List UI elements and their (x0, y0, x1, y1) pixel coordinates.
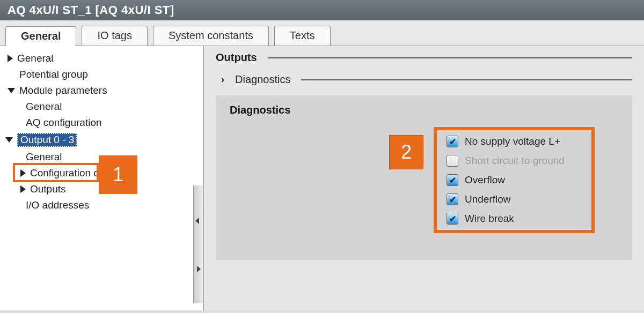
check-underflow[interactable]: ✔ Underflow (447, 193, 582, 205)
check-wire-break[interactable]: ✔ Wire break (447, 213, 582, 225)
tree-output-0-3[interactable]: Output 0 - 3 (0, 131, 203, 149)
checkbox-icon: ✔ (447, 155, 458, 167)
chevron-right-icon (20, 185, 26, 193)
heading-rule (301, 79, 632, 80)
tree-label: Potential group (19, 69, 88, 80)
splitter[interactable] (193, 185, 203, 303)
checkbox-icon[interactable]: ✔ (447, 174, 458, 186)
main-panel: Outputs › Diagnostics Diagnostics 2 ✔ No… (204, 46, 644, 310)
tree-label-selected: Output 0 - 3 (17, 133, 77, 147)
window-title: AQ 4xU/I ST_1 [AQ 4xU/I ST] (0, 0, 644, 20)
chevron-down-icon (8, 88, 15, 93)
tab-texts[interactable]: Texts (274, 26, 331, 46)
checkbox-icon[interactable]: ✔ (447, 213, 458, 225)
diagnostics-check-group: ✔ No supply voltage L+ ✔ Short circuit t… (434, 127, 595, 233)
tree-mp-general[interactable]: General (0, 99, 203, 115)
diagnostics-title: Diagnostics (230, 104, 620, 116)
chevron-down-icon (5, 137, 13, 143)
tree-module-parameters[interactable]: Module parameters (0, 83, 203, 99)
splitter-right-icon (197, 266, 201, 272)
diagnostics-heading[interactable]: › Diagnostics (221, 73, 632, 86)
tab-io-tags[interactable]: IO tags (82, 26, 147, 46)
check-label: No supply voltage L+ (465, 136, 560, 147)
tree-out-io-addresses[interactable]: I/O addresses (0, 197, 203, 213)
tree-label: General (26, 101, 62, 113)
chevron-right-icon (20, 169, 26, 177)
check-overflow[interactable]: ✔ Overflow (447, 174, 582, 186)
outputs-heading: Outputs (216, 51, 632, 64)
chevron-right-icon: › (221, 74, 224, 85)
tree-label: I/O addresses (26, 199, 89, 211)
heading-diagnostics: Diagnostics (235, 73, 290, 86)
tab-system-constants[interactable]: System constants (153, 26, 269, 46)
tree-label: Module parameters (19, 85, 107, 96)
diagnostics-panel: Diagnostics 2 ✔ No supply voltage L+ ✔ S… (216, 95, 632, 260)
checkbox-icon[interactable]: ✔ (447, 136, 458, 147)
tab-general[interactable]: General (5, 26, 76, 46)
callout-2: 2 (389, 135, 423, 169)
check-label: Overflow (465, 174, 505, 186)
tree-label: AQ configuration (26, 117, 102, 129)
heading-outputs: Outputs (216, 51, 257, 64)
chevron-right-icon (8, 55, 13, 62)
check-no-supply[interactable]: ✔ No supply voltage L+ (447, 136, 582, 147)
tree-general[interactable]: General (0, 50, 203, 66)
callout-1: 1 (99, 155, 137, 194)
tree-potential-group[interactable]: Potential group (0, 66, 203, 83)
check-short-circuit: ✔ Short circuit to ground (447, 155, 582, 167)
check-label: Underflow (465, 193, 511, 205)
heading-rule (268, 57, 632, 58)
tab-bar: General IO tags System constants Texts (0, 20, 644, 46)
tree-label: General (17, 53, 54, 64)
check-label: Short circuit to ground (465, 155, 565, 167)
tree-label: Outputs (30, 183, 66, 195)
splitter-left-icon (195, 218, 199, 224)
checkbox-icon[interactable]: ✔ (447, 193, 458, 205)
nav-tree: General Potential group Module parameter… (0, 46, 204, 310)
check-label: Wire break (465, 213, 514, 225)
tree-mp-aq-config[interactable]: AQ configuration (0, 115, 203, 131)
tree-label: General (26, 151, 62, 163)
